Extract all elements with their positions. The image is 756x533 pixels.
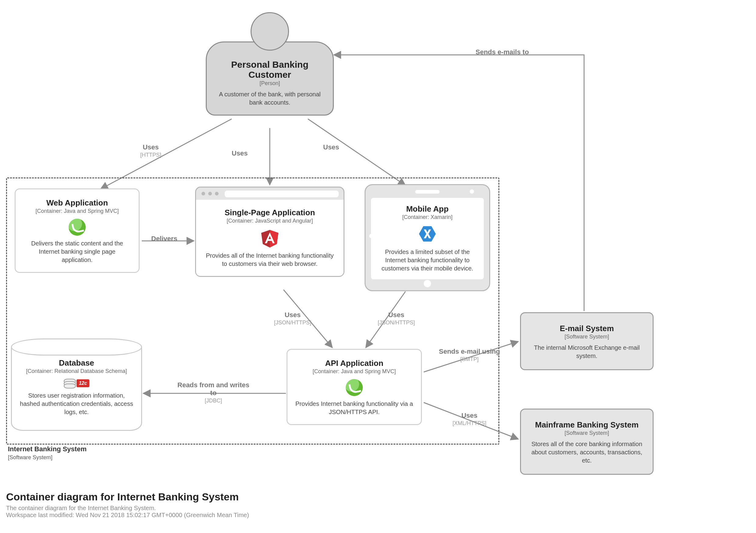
db-description: Stores user registration information, ha… bbox=[20, 392, 133, 416]
spring-icon bbox=[68, 219, 86, 236]
email-description: The internal Microsoft Exchange e-mail s… bbox=[529, 344, 645, 360]
external-mainframe: Mainframe Banking System [Software Syste… bbox=[520, 408, 654, 475]
spa-stereotype: [Container: JavaScript and Angular] bbox=[203, 218, 336, 224]
mainframe-stereotype: [Software System] bbox=[529, 430, 645, 436]
boundary-stereotype: [Software System] bbox=[8, 454, 52, 461]
mainframe-title: Mainframe Banking System bbox=[529, 420, 645, 429]
api-title: API Application bbox=[295, 359, 414, 368]
api-stereotype: [Container: Java and Spring MVC] bbox=[295, 368, 414, 375]
container-db: Database [Container: Relational Database… bbox=[11, 338, 142, 431]
container-mobile: Mobile App [Container: Xamarin] Provides… bbox=[364, 184, 490, 291]
container-api: API Application [Container: Java and Spr… bbox=[286, 349, 422, 425]
container-web: Web Application [Container: Java and Spr… bbox=[14, 188, 140, 273]
person-node: Personal Banking Customer [Person] A cus… bbox=[206, 12, 334, 116]
boundary-name: Internet Banking System bbox=[8, 445, 87, 453]
db-stereotype: [Container: Relational Database Schema] bbox=[20, 368, 133, 375]
system-boundary-label: Internet Banking System [Software System… bbox=[8, 445, 87, 461]
rel-person-web: Uses [HTTPS] bbox=[140, 143, 161, 158]
rel-person-mobile: Uses bbox=[323, 143, 339, 152]
email-stereotype: [Software System] bbox=[529, 334, 645, 340]
spa-title: Single-Page Application bbox=[203, 208, 336, 217]
spring-icon bbox=[346, 379, 363, 396]
oracle-icon: 12c bbox=[64, 379, 90, 388]
mobile-stereotype: [Container: Xamarin] bbox=[376, 214, 478, 220]
email-title: E-mail System bbox=[529, 324, 645, 333]
person-description: A customer of the bank, with personal ba… bbox=[215, 90, 324, 107]
diagram-canvas: { "title": "Container diagram for Intern… bbox=[0, 0, 756, 533]
rel-email-person: Sends e-mails to bbox=[475, 48, 529, 57]
angular-icon bbox=[260, 228, 280, 248]
mainframe-description: Stores all of the core banking informati… bbox=[529, 440, 645, 465]
mobile-title: Mobile App bbox=[376, 205, 478, 213]
oracle-badge: 12c bbox=[76, 379, 90, 387]
mobile-description: Provides a limited subset of the Interne… bbox=[376, 248, 478, 273]
diagram-title: Container diagram for Internet Banking S… bbox=[6, 491, 249, 503]
container-spa: Single-Page Application [Container: Java… bbox=[195, 186, 344, 277]
web-title: Web Application bbox=[23, 199, 131, 207]
web-stereotype: [Container: Java and Spring MVC] bbox=[23, 208, 131, 214]
api-description: Provides Internet banking functionality … bbox=[295, 400, 414, 416]
db-title: Database bbox=[20, 359, 133, 367]
spa-description: Provides all of the Internet banking fun… bbox=[203, 252, 336, 268]
web-description: Delivers the static content and the Inte… bbox=[23, 239, 131, 264]
external-email: E-mail System [Software System] The inte… bbox=[520, 312, 654, 370]
xamarin-icon bbox=[418, 225, 437, 244]
person-head-icon bbox=[251, 12, 289, 51]
person-name: Personal Banking Customer bbox=[215, 59, 324, 80]
diagram-title-block: Container diagram for Internet Banking S… bbox=[6, 491, 249, 519]
person-stereotype: [Person] bbox=[215, 80, 324, 87]
diagram-subtitle: The container diagram for the Internet B… bbox=[6, 505, 249, 512]
diagram-last-modified: Workspace last modified: Wed Nov 21 2018… bbox=[6, 512, 249, 519]
rel-person-spa: Uses bbox=[232, 150, 248, 158]
